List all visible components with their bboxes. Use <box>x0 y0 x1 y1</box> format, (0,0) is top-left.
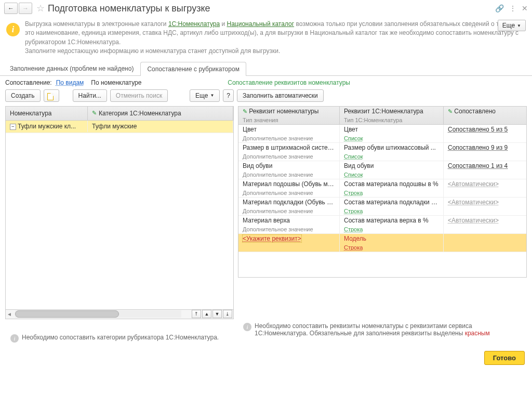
col-value-type[interactable]: Тип значения <box>238 116 340 124</box>
cell-requisite: Цвет <box>238 125 340 134</box>
table-row[interactable]: Размер в штрихмасной системеРазмер обуви… <box>238 143 526 161</box>
grid-nav-down[interactable]: ▼ <box>212 310 222 318</box>
cell-value-type: Дополнительное значение <box>238 207 340 215</box>
banner-more-button[interactable]: Еще▼ <box>498 20 526 31</box>
info-icon: i <box>6 23 20 36</box>
cell-1c-type[interactable]: Строка <box>340 207 444 215</box>
col-category[interactable]: ✎Категория 1С:Номенклатура <box>88 107 233 120</box>
table-row[interactable]: Материал подкладки (Обувь м...Состав мат… <box>238 198 526 216</box>
tab-fill-data[interactable]: Заполнение данных (проблем не найдено) <box>3 61 140 75</box>
find-button[interactable]: Найти... <box>73 89 107 102</box>
cell-value-type: Дополнительное значение <box>238 189 340 197</box>
nav-forward-button[interactable]: → <box>19 3 32 14</box>
cell-1c-requisite: Модель <box>340 234 444 243</box>
cell-requisite: Материал верха <box>238 216 340 225</box>
cell-1c-requisite: Вид обуви <box>340 161 444 171</box>
page-title: Подготовка номенклатуры к выгрузке <box>48 3 495 14</box>
cell-1c-type[interactable]: Список <box>340 171 444 179</box>
cell-1c-type[interactable]: Строка <box>340 243 444 252</box>
grid-nav-first[interactable]: ⤒ <box>192 310 201 318</box>
cell-value-type <box>238 243 340 252</box>
cell-1c-requisite: Состав материала верха в % <box>340 216 444 225</box>
info-banner: i Выгрузка номенклатуры в электронные ка… <box>0 17 532 61</box>
col-requisite-1c[interactable]: Реквизит 1С:Номенклатура <box>340 107 444 116</box>
table-row[interactable]: Вид обувиВид обувиСопоставлено 1 из 4Доп… <box>238 161 526 179</box>
cell-1c-requisite: Состав материала подкладки в % <box>340 198 444 207</box>
link-1c-nomenclature[interactable]: 1С:Номенклатура <box>168 20 220 28</box>
table-row[interactable]: −Туфли мужские кл... Туфли мужские <box>6 121 233 133</box>
close-icon[interactable]: ✕ <box>522 4 528 12</box>
grid-nav-last[interactable]: ⤓ <box>223 310 232 318</box>
filter-by-kinds[interactable]: По видам <box>56 79 84 86</box>
help-button[interactable]: ? <box>223 89 234 102</box>
hint-icon: i <box>243 323 251 331</box>
cell-1c-requisite: Размер обуви штихмассовый ... <box>340 143 444 152</box>
create-copy-button[interactable] <box>44 89 59 102</box>
cell-1c-requisite: Цвет <box>340 125 444 134</box>
favorite-star-icon[interactable]: ☆ <box>36 3 45 14</box>
specify-requisite-link[interactable]: <Укажите реквизит> <box>243 235 301 242</box>
done-button[interactable]: Готово <box>484 351 525 365</box>
cell-matched[interactable]: <Автоматически> <box>444 216 526 225</box>
cell-matched[interactable]: Сопоставлено 1 из 4 <box>444 161 526 171</box>
pencil-icon: ✎ <box>92 110 97 116</box>
more-actions-button[interactable]: Еще▼ <box>190 89 220 102</box>
hint-icon: i <box>10 334 19 343</box>
cell-1c-type[interactable]: Строка <box>340 189 444 197</box>
cell-value-type: Дополнительное значение <box>238 171 340 179</box>
pencil-icon: ✎ <box>243 108 247 114</box>
nomenclature-grid: Номенклатура ✎Категория 1С:Номенклатура … <box>5 106 234 319</box>
hscroll-thumb[interactable] <box>15 310 119 318</box>
cell-nomenclature: −Туфли мужские кл... <box>6 121 88 132</box>
cell-matched[interactable]: <Автоматически> <box>444 179 526 189</box>
cell-1c-type[interactable]: Список <box>340 134 444 142</box>
cell-requisite: Материал подкладки (Обувь м... <box>238 198 340 207</box>
col-1c-type[interactable]: Тип 1С:Номенклатура <box>340 116 444 124</box>
cell-matched[interactable]: Сопоставлено 9 из 9 <box>444 143 526 152</box>
table-row[interactable]: Материал верхаСостав материала верха в %… <box>238 216 526 234</box>
document-icon <box>47 93 54 100</box>
cell-1c-type[interactable]: Строка <box>340 225 444 233</box>
table-row[interactable]: Материал подошвы (Обувь ма...Состав мате… <box>238 179 526 198</box>
auto-fill-button[interactable]: Заполнить автоматически <box>237 89 324 102</box>
left-footer-hint: Необходимо сопоставить категории рубрика… <box>22 334 219 341</box>
col-requisite[interactable]: ✎ Реквизит номенклатуры <box>238 107 340 116</box>
cell-category: Туфли мужские <box>88 121 233 132</box>
create-button[interactable]: Создать <box>5 89 41 102</box>
cell-matched[interactable] <box>444 234 526 243</box>
cell-requisite: Материал подошвы (Обувь ма... <box>238 179 340 189</box>
tab-rubricator[interactable]: Сопоставление с рубрикатором <box>140 62 246 76</box>
tree-collapse-icon[interactable]: − <box>10 124 16 130</box>
link-national-catalog[interactable]: Национальный каталог <box>227 20 294 28</box>
cell-value-type: Дополнительное значение <box>238 152 340 161</box>
table-row[interactable]: ЦветЦветСопоставлено 5 из 5Дополнительно… <box>238 125 526 143</box>
cell-1c-requisite: Состав материала подошвы в % <box>340 179 444 189</box>
right-section-title: Сопоставление реквизитов номенклатуры <box>228 79 527 86</box>
requisites-grid: ✎ Реквизит номенклатуры Реквизит 1С:Номе… <box>238 106 527 278</box>
cell-requisite: Размер в штрихмасной системе <box>238 143 340 152</box>
cell-1c-type[interactable]: Список <box>340 152 444 161</box>
match-label: Сопоставление: <box>5 79 52 86</box>
cell-matched[interactable]: Сопоставлено 5 из 5 <box>444 125 526 134</box>
hscroll-track[interactable] <box>15 310 181 318</box>
cell-requisite: Вид обуви <box>238 161 340 171</box>
link-icon[interactable]: 🔗 <box>495 4 504 12</box>
pencil-icon: ✎ <box>448 108 453 114</box>
col-nomenclature[interactable]: Номенклатура <box>6 107 88 120</box>
col-matched[interactable]: ✎ Сопоставлено <box>444 107 526 116</box>
table-row[interactable]: <Укажите реквизит>МодельСтрока <box>238 234 526 252</box>
grid-nav-up[interactable]: ▲ <box>202 310 211 318</box>
cell-requisite: <Укажите реквизит> <box>238 234 340 243</box>
cell-value-type: Дополнительное значение <box>238 225 340 233</box>
cell-value-type: Дополнительное значение <box>238 134 340 142</box>
kebab-menu-icon[interactable]: ⋮ <box>509 4 516 12</box>
cell-matched[interactable]: <Автоматически> <box>444 198 526 207</box>
info-text: Выгрузка номенклатуры в электронные ката… <box>25 20 526 56</box>
filter-by-nomenclature[interactable]: По номенклатуре <box>91 79 141 86</box>
nav-back-button[interactable]: ← <box>4 3 18 14</box>
right-footer-hint: Необходимо сопоставить реквизиты номенкл… <box>255 322 522 337</box>
cancel-search-button[interactable]: Отменить поиск <box>110 89 168 102</box>
